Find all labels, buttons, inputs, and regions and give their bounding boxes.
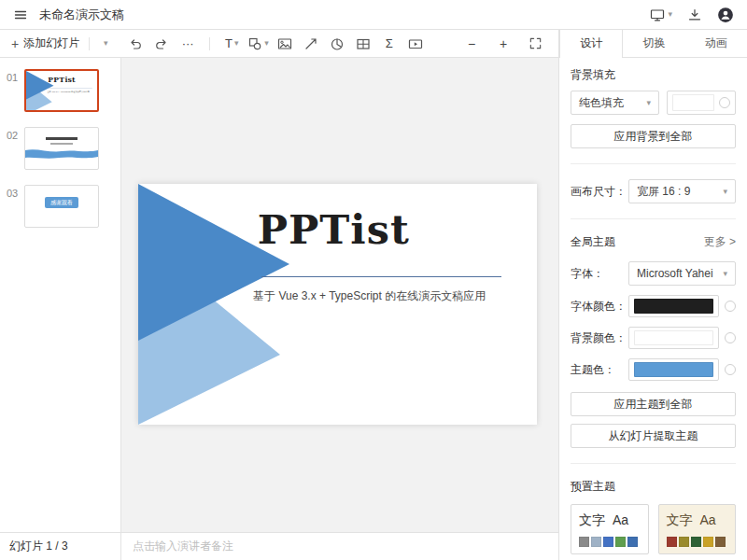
slide-thumbnail-2[interactable]	[24, 127, 99, 170]
background-color-row: 背景颜色：	[571, 327, 736, 349]
monitor-icon	[650, 7, 665, 22]
zoom-in-button[interactable]: +	[493, 34, 514, 54]
chart-tool-button[interactable]	[327, 34, 347, 54]
theme-background-swatch	[634, 330, 713, 345]
current-slide[interactable]: PPTist 基于 Vue 3.x + TypeScript 的在线演示文稿应用	[138, 184, 537, 425]
swatch	[715, 537, 726, 547]
global-theme-label: 全局主题	[571, 234, 615, 250]
font-select[interactable]: Microsoft Yahei ▾	[628, 261, 736, 286]
font-color-label: 字体颜色：	[571, 299, 628, 315]
apply-theme-button[interactable]: 应用主题到全部	[571, 392, 736, 416]
formula-tool-button[interactable]: Σ	[379, 34, 400, 54]
add-slide-label: 添加幻灯片	[23, 35, 79, 51]
text-icon: T	[225, 36, 233, 50]
slide-thumbnail-1[interactable]: PPTist 基于 Vue 3.x + TypeScript 的在线演示文稿应用	[24, 69, 99, 112]
media-icon	[408, 36, 423, 51]
canvas-size-value: 宽屏 16 : 9	[637, 184, 690, 200]
font-row: 字体： Microsoft Yahei ▾	[571, 261, 736, 286]
zoom-out-button[interactable]: −	[461, 34, 482, 54]
slide-2-preview	[25, 128, 98, 169]
slide-subtitle: 基于 Vue 3.x + TypeScript 的在线演示文稿应用	[43, 90, 93, 92]
font-label: 字体：	[571, 266, 628, 282]
divider	[571, 218, 736, 219]
document-title[interactable]: 未命名演示文稿	[39, 7, 124, 23]
swatch	[615, 537, 626, 547]
background-color-picker[interactable]	[667, 91, 736, 115]
slide-canvas[interactable]: PPTist 基于 Vue 3.x + TypeScript 的在线演示文稿应用	[121, 58, 558, 532]
download-button[interactable]	[687, 7, 702, 22]
font-value: Microsoft Yahei	[637, 267, 713, 280]
present-button[interactable]: ▾	[650, 7, 672, 22]
workspace: 01 PPTist	[0, 58, 558, 560]
swatch	[667, 537, 677, 547]
slide-number: 02	[0, 127, 24, 141]
more-themes-link[interactable]: 更多 >	[704, 234, 736, 250]
title-underline[interactable]	[261, 276, 500, 277]
thumbnail-list: 01 PPTist	[0, 58, 120, 532]
editor-area: + 添加幻灯片 ▾ ···	[0, 30, 558, 560]
thumbnail-row-3: 03 感谢观看	[0, 185, 120, 228]
zoom-controls: − +	[461, 34, 551, 54]
font-color-picker[interactable]	[628, 295, 719, 317]
media-tool-button[interactable]	[405, 34, 426, 54]
slide-counter: 幻灯片 1 / 3	[0, 532, 120, 560]
theme-sample-aa: Aa	[613, 512, 628, 527]
tab-transition[interactable]: 切换	[623, 30, 684, 57]
canvas-size-label: 画布尺寸：	[571, 184, 628, 200]
swatch	[627, 537, 638, 547]
add-slide-dropdown[interactable]: ▾	[95, 34, 116, 54]
theme-sample: 文字 Aa	[579, 512, 641, 529]
chevron-down-icon: ▾	[264, 39, 269, 48]
chevron-down-icon: ▾	[234, 39, 239, 48]
divider	[571, 463, 736, 464]
text-tool-button[interactable]: T ▾	[221, 34, 242, 54]
color-dropper-icon[interactable]	[719, 97, 730, 108]
canvas-column: PPTist 基于 Vue 3.x + TypeScript 的在线演示文稿应用…	[121, 58, 558, 560]
speaker-notes-input[interactable]: 点击输入演讲者备注	[121, 532, 558, 560]
font-color-row: 字体颜色：	[571, 295, 736, 317]
theme-color-picker[interactable]	[628, 358, 719, 381]
font-color-swatch	[634, 299, 713, 314]
shape-tool-button[interactable]: ▾	[247, 34, 269, 54]
canvas-size-select[interactable]: 宽屏 16 : 9 ▾	[628, 179, 736, 203]
divider	[209, 37, 210, 50]
tab-animation[interactable]: 动画	[685, 30, 747, 57]
user-avatar[interactable]	[717, 7, 734, 23]
color-dropper-icon[interactable]	[725, 332, 736, 343]
add-slide-button[interactable]: + 添加幻灯片	[7, 35, 83, 51]
tool-icons: ··· T ▾ ▾	[125, 34, 426, 54]
menu-icon[interactable]	[13, 7, 28, 22]
fill-type-select[interactable]: 纯色填充 ▾	[571, 91, 659, 115]
extract-theme-button[interactable]: 从幻灯片提取主题	[571, 424, 736, 448]
redo-button[interactable]	[151, 34, 172, 54]
table-icon	[356, 36, 371, 51]
fullscreen-button[interactable]	[525, 34, 545, 54]
undo-button[interactable]	[125, 34, 146, 54]
image-tool-button[interactable]	[275, 34, 295, 54]
header-actions: ▾	[650, 7, 734, 23]
preset-theme-card-1[interactable]: 文字 Aa	[571, 504, 649, 554]
slide-subtitle[interactable]: 基于 Vue 3.x + TypeScript 的在线演示文稿应用	[230, 288, 509, 304]
color-dropper-icon[interactable]	[725, 364, 736, 375]
table-tool-button[interactable]	[353, 34, 374, 54]
preset-theme-card-2[interactable]: 文字 Aa	[658, 504, 737, 554]
theme-sample: 文字 Aa	[667, 512, 728, 529]
tab-design[interactable]: 设计	[559, 30, 623, 57]
chevron-down-icon: ▾	[723, 270, 727, 278]
slide-title[interactable]: PPTist	[233, 206, 433, 253]
theme-background-color-picker[interactable]	[628, 327, 719, 349]
plus-icon: +	[11, 36, 19, 51]
global-theme-header: 全局主题 更多 >	[571, 234, 736, 250]
background-fill-label: 背景填充	[571, 67, 736, 83]
apply-background-button[interactable]: 应用背景到全部	[571, 124, 736, 148]
undo-icon	[128, 36, 143, 51]
color-dropper-icon[interactable]	[725, 301, 736, 312]
thumbnail-row-1: 01 PPTist	[0, 69, 120, 112]
more-tools-button[interactable]: ···	[177, 34, 198, 54]
line-tool-button[interactable]	[301, 34, 321, 54]
chevron-down-icon: ▾	[723, 188, 727, 196]
canvas-size-row: 画布尺寸： 宽屏 16 : 9 ▾	[571, 179, 736, 203]
slide-thumbnail-3[interactable]: 感谢观看	[24, 185, 99, 228]
shape-icon	[247, 36, 262, 51]
theme-sample-text: 文字	[579, 512, 605, 529]
